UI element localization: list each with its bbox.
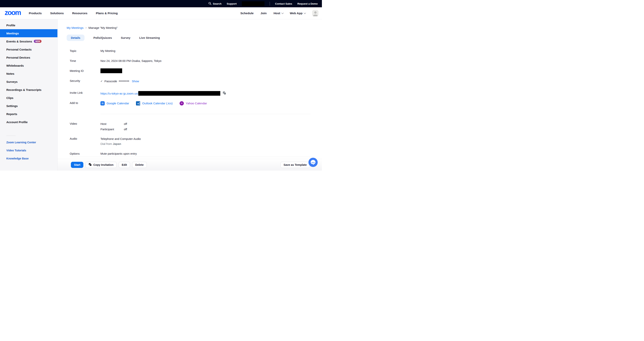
contact-sales-link[interactable]: Contact Sales (275, 2, 292, 5)
search-label: Search (213, 2, 222, 5)
schedule-link[interactable]: Schedule (240, 12, 254, 15)
video-label: Video (70, 122, 100, 133)
avatar-person-icon (314, 11, 316, 14)
add-to-row: Add to 31 Google Calendar o Outlook Cale… (70, 101, 310, 106)
video-host-value: off (124, 122, 127, 126)
options-row: Options Mute participants upon entry (70, 152, 310, 155)
dial-from-text: Dial from Japan (100, 142, 141, 146)
google-calendar-link[interactable]: 31 Google Calendar (100, 101, 129, 106)
sidebar-item-settings[interactable]: Settings (0, 102, 58, 110)
host-menu[interactable]: Host (274, 12, 283, 15)
tab-live-streaming[interactable]: Live Streaming (139, 36, 160, 40)
nav-products[interactable]: Products (29, 12, 42, 15)
link-video-tutorials[interactable]: Video Tutorials (6, 149, 58, 152)
meeting-id-row: Meeting ID (70, 68, 310, 73)
copy-icon[interactable] (222, 91, 226, 96)
sidebar: Profile Meetings Events & Sessions NEW P… (0, 19, 58, 170)
search-button[interactable]: Search (208, 2, 222, 6)
start-button[interactable]: Start (71, 162, 83, 168)
security-row: Security ✓ Passcode ******** Show (70, 79, 310, 83)
footer-action-bar: Start Copy Invitation Edit Delete Save a… (58, 159, 322, 170)
topic-row: Topic My Meeting (70, 49, 310, 52)
copy-icon (88, 163, 92, 167)
breadcrumb-current: Manage "My Meeting" (88, 26, 118, 30)
show-passcode-link[interactable]: Show (132, 80, 139, 83)
audio-label: Audio (70, 137, 100, 146)
section-divider (70, 157, 310, 157)
check-icon: ✓ (100, 80, 103, 82)
tab-details[interactable]: Details (67, 34, 84, 41)
sidebar-item-clips[interactable]: Clips (0, 94, 58, 102)
security-label: Security (70, 79, 100, 83)
new-badge: NEW (34, 40, 42, 43)
passcode-mask: ******** (119, 79, 130, 83)
sidebar-item-whiteboards[interactable]: Whiteboards (0, 62, 58, 70)
video-participant-label: Participant (100, 127, 124, 131)
meeting-id-label: Meeting ID (70, 69, 100, 72)
request-demo-link[interactable]: Request a Demo (297, 2, 318, 5)
main-content: My Meetings › Manage "My Meeting" Detail… (58, 19, 322, 170)
topic-label: Topic (70, 49, 100, 52)
sidebar-item-reports[interactable]: Reports (0, 110, 58, 118)
outlook-calendar-icon: o (136, 101, 140, 106)
passcode-label: Passcode (104, 80, 117, 83)
outlook-calendar-link[interactable]: o Outlook Calendar (.ics) (136, 101, 173, 106)
video-host-label: Host (100, 122, 124, 126)
copy-invitation-button[interactable]: Copy Invitation (86, 162, 116, 168)
web-app-menu[interactable]: Web App (290, 12, 305, 15)
dial-country: Japan (113, 142, 121, 146)
invite-link-label: Invite Link (70, 91, 100, 96)
time-value: Nov 24, 2024 08:00 PM Osaka, Sapporo, To… (100, 59, 161, 62)
sidebar-item-surveys[interactable]: Surveys (0, 78, 58, 86)
breadcrumb-separator-icon: › (86, 26, 86, 30)
audio-value: Telephone and Computer Audio (100, 137, 141, 141)
sidebar-item-events-sessions[interactable]: Events & Sessions NEW (0, 37, 58, 45)
google-calendar-icon: 31 (100, 101, 105, 106)
avatar[interactable] (312, 10, 318, 16)
link-zoom-learning-center[interactable]: Zoom Learning Center (6, 141, 58, 144)
nav-plans-pricing[interactable]: Plans & Pricing (96, 12, 118, 15)
video-participant-value: off (124, 127, 127, 131)
search-icon (208, 2, 212, 6)
time-label: Time (70, 59, 100, 62)
sidebar-item-personal-devices[interactable]: Personal Devices (0, 54, 58, 62)
topic-value: My Meeting (100, 49, 116, 52)
tab-survey[interactable]: Survey (121, 36, 130, 40)
redacted-account-box (242, 1, 264, 6)
options-label: Options (70, 152, 100, 155)
top-utility-bar: Search Support Contact Sales Request a D… (0, 0, 322, 7)
delete-button[interactable]: Delete (132, 162, 147, 168)
options-value: Mute participants upon entry (100, 152, 137, 155)
sidebar-item-personal-contacts[interactable]: Personal Contacts (0, 45, 58, 54)
video-row: Video Host off Participant off (70, 122, 310, 133)
sidebar-item-notes[interactable]: Notes (0, 70, 58, 78)
yahoo-calendar-link[interactable]: Y! Yahoo Calendar (180, 101, 207, 106)
tab-bar: Details Polls/Quizzes Survey Live Stream… (67, 34, 160, 41)
invite-link-row: Invite Link https://u-tokyo-ac-jp.zoom.u… (70, 91, 310, 96)
sidebar-item-recordings-transcripts[interactable]: Recordings & Transcripts (0, 86, 58, 94)
time-row: Time Nov 24, 2024 08:00 PM Osaka, Sappor… (70, 59, 310, 62)
edit-button[interactable]: Edit (119, 162, 130, 168)
main-header: zoom Products Solutions Resources Plans … (0, 7, 322, 19)
nav-resources[interactable]: Resources (72, 12, 88, 15)
save-as-template-button[interactable]: Save as Template (280, 162, 310, 168)
sidebar-item-profile[interactable]: Profile (0, 21, 58, 29)
header-actions: Schedule Join Host Web App (240, 10, 318, 16)
invite-url-link[interactable]: https://u-tokyo-ac-jp.zoom.us/ (100, 92, 138, 95)
redacted-invite-url (138, 91, 220, 96)
support-link[interactable]: Support (227, 2, 237, 5)
chevron-down-icon (304, 12, 306, 14)
redacted-meeting-id (100, 68, 122, 73)
sidebar-item-account-profile[interactable]: Account Profile (0, 118, 58, 126)
primary-nav: Products Solutions Resources Plans & Pri… (29, 12, 118, 15)
tab-polls-quizzes[interactable]: Polls/Quizzes (93, 36, 112, 40)
join-link[interactable]: Join (260, 12, 266, 15)
zoom-logo[interactable]: zoom (4, 9, 21, 17)
sidebar-item-meetings[interactable]: Meetings (0, 29, 58, 37)
nav-solutions[interactable]: Solutions (50, 12, 64, 15)
link-knowledge-base[interactable]: Knowledge Base (6, 157, 58, 160)
add-to-label: Add to (70, 101, 100, 106)
audio-row: Audio Telephone and Computer Audio Dial … (70, 137, 310, 146)
chat-support-bubble[interactable] (308, 158, 318, 167)
breadcrumb-my-meetings[interactable]: My Meetings (67, 26, 84, 30)
